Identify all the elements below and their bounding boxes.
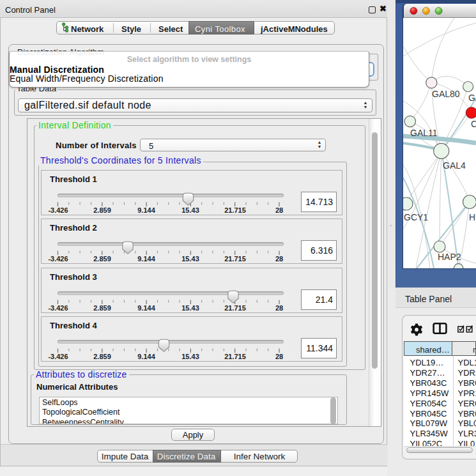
svg-text:GAL4: GAL4 bbox=[443, 160, 466, 171]
svg-text:GAL11: GAL11 bbox=[410, 128, 438, 138]
svg-text:H: H bbox=[469, 212, 475, 222]
svg-text:HAP2: HAP2 bbox=[438, 252, 461, 262]
svg-text:GAL80: GAL80 bbox=[432, 89, 460, 99]
svg-text:C: C bbox=[471, 119, 476, 129]
svg-text:GCY1: GCY1 bbox=[404, 212, 428, 222]
svg-text:GA: GA bbox=[468, 93, 476, 103]
